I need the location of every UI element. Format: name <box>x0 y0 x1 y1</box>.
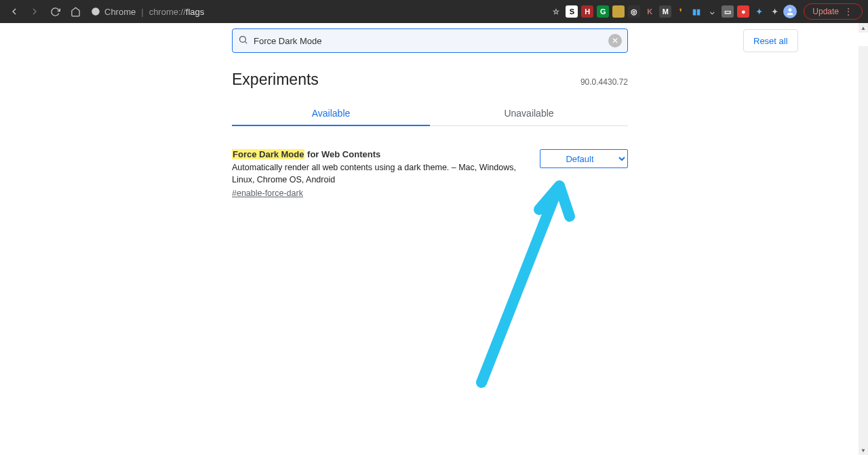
scrollbar-track[interactable] <box>859 46 868 455</box>
forward-button[interactable] <box>26 3 43 20</box>
search-box: ✕ <box>232 28 628 53</box>
address-bar[interactable]: Chrome | chrome://flags <box>91 7 204 17</box>
url-scheme: chrome:// <box>149 7 186 17</box>
reset-all-button[interactable]: Reset all <box>743 29 798 52</box>
reload-button[interactable] <box>46 3 64 20</box>
ext-icon-12[interactable]: ✦ <box>753 5 765 18</box>
back-button[interactable] <box>5 3 23 20</box>
address-separator: | <box>141 7 143 17</box>
url-path: flags <box>186 7 204 17</box>
extensions-icon[interactable]: ✦ <box>768 5 781 18</box>
ext-icon-1[interactable]: S <box>566 5 578 18</box>
svg-point-0 <box>92 7 100 16</box>
clear-search-button[interactable]: ✕ <box>608 34 622 47</box>
site-info-icon[interactable] <box>91 7 100 16</box>
ext-icon-9[interactable]: ▮▮ <box>690 5 703 18</box>
ext-icon-6[interactable]: K <box>644 5 656 18</box>
header-row: Experiments 90.0.4430.72 <box>232 71 628 89</box>
version-label: 90.0.4430.72 <box>580 77 628 87</box>
tabs: Available Unavailable <box>232 101 628 126</box>
flag-select[interactable]: Default <box>540 149 628 168</box>
ext-icon-3[interactable]: G <box>597 5 609 18</box>
scrollbar-up[interactable]: ▲ <box>859 23 868 33</box>
profile-avatar[interactable] <box>783 5 797 18</box>
search-row: ✕ Reset all <box>0 23 868 58</box>
flag-title-highlight: Force Dark Mode <box>232 149 304 159</box>
ext-icon-8[interactable]: ❜ <box>675 5 687 18</box>
tab-available[interactable]: Available <box>232 101 430 125</box>
update-button[interactable]: Update ⋮ <box>804 3 863 20</box>
ext-icon-11[interactable]: ● <box>737 5 749 18</box>
extensions-strip: ☆SHG◎KM❜▮▮⌵▭●✦✦ <box>550 5 781 18</box>
ext-icon-5[interactable]: ◎ <box>628 5 640 18</box>
search-input[interactable] <box>254 36 603 46</box>
flag-description: Automatically render all web contents us… <box>232 162 528 186</box>
site-label: Chrome <box>104 7 136 17</box>
ext-icon-2[interactable]: H <box>581 5 593 18</box>
ext-icon-10[interactable]: ▭ <box>722 5 734 18</box>
star-icon[interactable]: ☆ <box>550 5 562 18</box>
flag-hash-link[interactable]: #enable-force-dark <box>232 189 303 198</box>
tab-underline <box>232 125 430 126</box>
flag-title-rest: for Web Contents <box>304 149 380 159</box>
page-title: Experiments <box>232 71 580 89</box>
home-button[interactable] <box>66 3 84 20</box>
flag-item: Force Dark Mode for Web Contents Automat… <box>232 149 628 198</box>
update-label: Update <box>812 7 839 16</box>
svg-point-2 <box>240 36 246 42</box>
tab-unavailable[interactable]: Unavailable <box>430 101 628 125</box>
page-content: ✕ Reset all Experiments 90.0.4430.72 Ava… <box>0 23 868 455</box>
scrollbar-down[interactable]: ▼ <box>859 446 868 455</box>
ext-icon-4[interactable] <box>612 5 625 18</box>
search-icon <box>238 35 248 47</box>
flag-title: Force Dark Mode for Web Contents <box>232 149 528 159</box>
pocket-icon[interactable]: ⌵ <box>706 5 718 18</box>
svg-line-3 <box>245 41 247 43</box>
browser-toolbar: Chrome | chrome://flags ☆SHG◎KM❜▮▮⌵▭●✦✦ … <box>0 0 868 23</box>
menu-dots-icon: ⋮ <box>844 7 852 16</box>
svg-point-1 <box>789 8 792 12</box>
ext-icon-7[interactable]: M <box>659 5 671 18</box>
